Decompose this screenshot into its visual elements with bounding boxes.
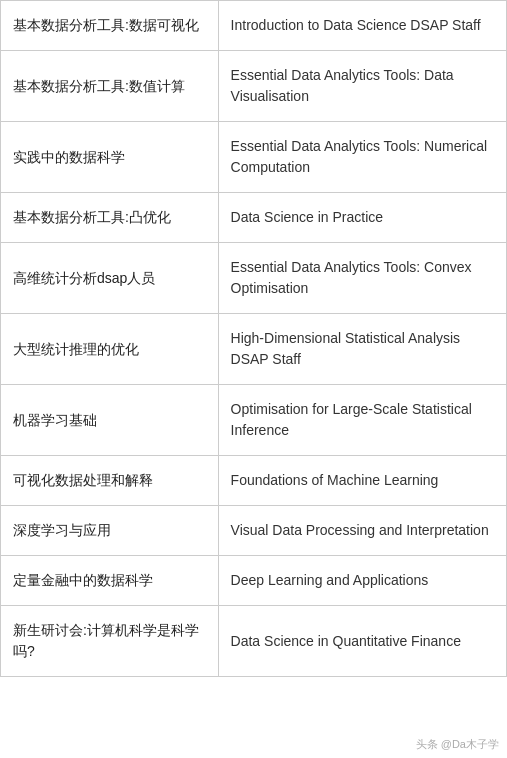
cell-english-5: High-Dimensional Statistical Analysis DS… <box>218 314 506 385</box>
cell-chinese-8: 深度学习与应用 <box>1 506 219 556</box>
cell-chinese-1: 基本数据分析工具:数值计算 <box>1 51 219 122</box>
cell-english-3: Data Science in Practice <box>218 193 506 243</box>
table-row: 深度学习与应用Visual Data Processing and Interp… <box>1 506 507 556</box>
table-row: 实践中的数据科学Essential Data Analytics Tools: … <box>1 122 507 193</box>
watermark: 头条 @Da木子学 <box>416 737 499 752</box>
table-row: 基本数据分析工具:凸优化Data Science in Practice <box>1 193 507 243</box>
cell-chinese-9: 定量金融中的数据科学 <box>1 556 219 606</box>
cell-english-6: Optimisation for Large-Scale Statistical… <box>218 385 506 456</box>
cell-chinese-0: 基本数据分析工具:数据可视化 <box>1 1 219 51</box>
cell-chinese-10: 新生研讨会:计算机科学是科学吗? <box>1 606 219 677</box>
table-row: 定量金融中的数据科学Deep Learning and Applications <box>1 556 507 606</box>
cell-english-7: Foundations of Machine Learning <box>218 456 506 506</box>
cell-english-9: Deep Learning and Applications <box>218 556 506 606</box>
cell-chinese-4: 高维统计分析dsap人员 <box>1 243 219 314</box>
cell-english-8: Visual Data Processing and Interpretatio… <box>218 506 506 556</box>
cell-chinese-5: 大型统计推理的优化 <box>1 314 219 385</box>
cell-chinese-7: 可视化数据处理和解释 <box>1 456 219 506</box>
table-row: 基本数据分析工具:数值计算Essential Data Analytics To… <box>1 51 507 122</box>
cell-chinese-3: 基本数据分析工具:凸优化 <box>1 193 219 243</box>
course-table: 基本数据分析工具:数据可视化Introduction to Data Scien… <box>0 0 507 677</box>
cell-chinese-6: 机器学习基础 <box>1 385 219 456</box>
table-row: 机器学习基础Optimisation for Large-Scale Stati… <box>1 385 507 456</box>
cell-english-0: Introduction to Data Science DSAP Staff <box>218 1 506 51</box>
cell-english-1: Essential Data Analytics Tools: Data Vis… <box>218 51 506 122</box>
cell-english-2: Essential Data Analytics Tools: Numerica… <box>218 122 506 193</box>
cell-english-10: Data Science in Quantitative Finance <box>218 606 506 677</box>
table-row: 新生研讨会:计算机科学是科学吗?Data Science in Quantita… <box>1 606 507 677</box>
table-row: 基本数据分析工具:数据可视化Introduction to Data Scien… <box>1 1 507 51</box>
table-row: 高维统计分析dsap人员Essential Data Analytics Too… <box>1 243 507 314</box>
cell-english-4: Essential Data Analytics Tools: Convex O… <box>218 243 506 314</box>
table-row: 大型统计推理的优化High-Dimensional Statistical An… <box>1 314 507 385</box>
cell-chinese-2: 实践中的数据科学 <box>1 122 219 193</box>
table-row: 可视化数据处理和解释Foundations of Machine Learnin… <box>1 456 507 506</box>
